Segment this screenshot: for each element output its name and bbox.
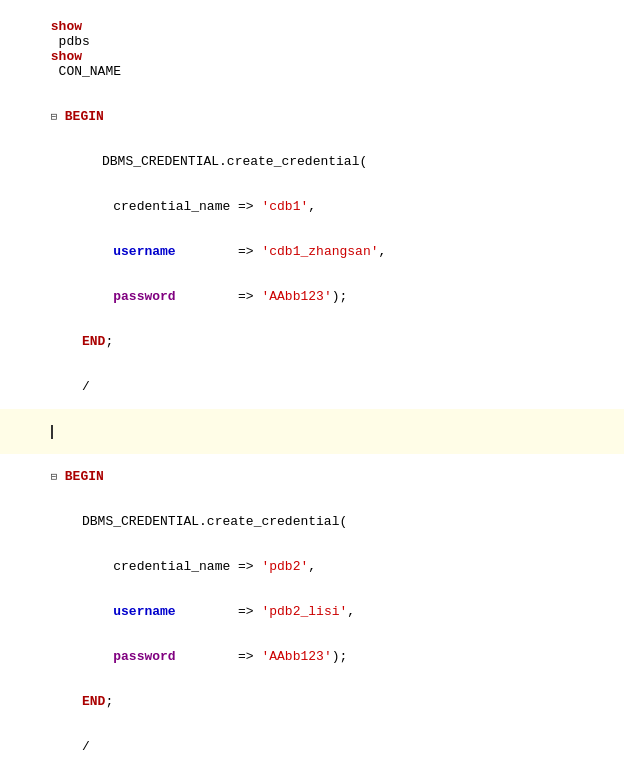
code-line-6: password => 'AAbb123'); (0, 274, 624, 319)
collapse-icon-2[interactable]: ⊟ (51, 470, 63, 483)
code-line-3: DBMS_CREDENTIAL.create_credential( (20, 139, 624, 184)
code-line-1: show pdbs show CON_NAME (0, 4, 624, 94)
code-line-8: / (0, 364, 624, 409)
code-line-2: ⊟BEGIN (0, 94, 624, 139)
collapse-icon-1[interactable]: ⊟ (51, 110, 63, 123)
keyword-show2: show (51, 49, 82, 64)
code-line-11: DBMS_CREDENTIAL.create_credential( (0, 499, 624, 544)
code-line-10: ⊟BEGIN (0, 454, 624, 499)
code-editor: show pdbs show CON_NAME ⊟BEGIN DBMS_CRED… (0, 0, 624, 765)
code-line-14: password => 'AAbb123'); (0, 634, 624, 679)
code-line-12: credential_name => 'pdb2', (0, 544, 624, 589)
code-line-5: username => 'cdb1_zhangsan', (0, 229, 624, 274)
code-line-13: username => 'pdb2_lisi', (0, 589, 624, 634)
code-line-9 (0, 409, 624, 454)
editor-cursor (51, 425, 53, 439)
code-line-16: / (0, 724, 624, 765)
keyword-show: show (51, 19, 82, 34)
code-line-4: credential_name => 'cdb1', (0, 184, 624, 229)
code-line-7: END; (0, 319, 624, 364)
code-line-15: END; (0, 679, 624, 724)
